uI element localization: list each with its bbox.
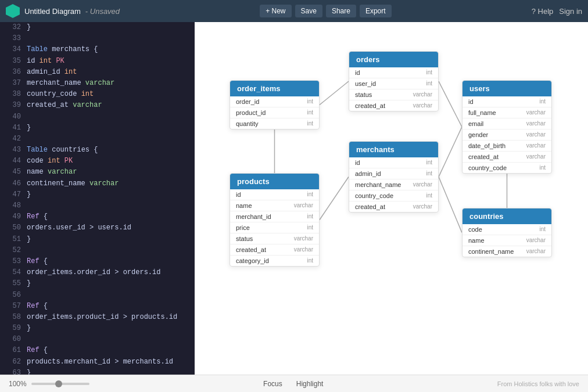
- table-order_items[interactable]: order_itemsorder_idintproduct_idintquant…: [230, 80, 320, 130]
- zoom-level: 100%: [9, 380, 27, 388]
- share-button[interactable]: Share: [326, 5, 356, 17]
- line-content: Ref {: [27, 345, 48, 356]
- line-number: 59: [5, 323, 21, 334]
- field-type: int: [307, 98, 313, 105]
- table-row: created_atvarchar: [462, 152, 551, 163]
- table-header-orders: orders: [349, 52, 438, 67]
- line-content: admin_id int: [27, 67, 77, 78]
- field-type: varchar: [526, 120, 546, 127]
- line-number: 52: [5, 245, 21, 256]
- field-type: varchar: [526, 248, 546, 255]
- line-number: 58: [5, 312, 21, 323]
- field-type: int: [307, 224, 313, 231]
- line-number: 42: [5, 134, 21, 145]
- field-type: varchar: [294, 235, 313, 242]
- code-line: 61Ref {: [0, 345, 195, 356]
- signin-link[interactable]: Sign in: [559, 7, 582, 16]
- code-line: 36 admin_id int: [0, 67, 195, 78]
- table-row: priceint: [230, 222, 319, 233]
- table-products[interactable]: productsidintnamevarcharmerchant_idintpr…: [230, 173, 320, 267]
- highlight-button[interactable]: Highlight: [293, 379, 327, 389]
- table-row: continent_namevarchar: [462, 246, 551, 257]
- zoom-slider[interactable]: [31, 383, 89, 385]
- line-content: }: [27, 278, 31, 289]
- line-content: created_at varchar: [27, 100, 102, 111]
- table-users[interactable]: usersidintfull_namevarcharemailvarcharge…: [462, 80, 552, 174]
- code-line: 55}: [0, 278, 195, 289]
- field-type: int: [307, 120, 313, 127]
- field-name: continent_name: [468, 248, 514, 255]
- field-type: varchar: [413, 91, 432, 98]
- code-line: 48: [0, 200, 195, 211]
- line-content: code int PK: [27, 156, 73, 167]
- table-merchants[interactable]: merchantsidintadmin_idintmerchant_nameva…: [349, 141, 439, 213]
- line-content: order_items.product_id > products.id: [27, 312, 177, 323]
- table-row: idint: [230, 189, 319, 200]
- export-button[interactable]: Export: [360, 5, 392, 17]
- line-content: Table countries {: [27, 145, 98, 156]
- field-name: created_at: [355, 203, 385, 210]
- field-type: varchar: [294, 202, 313, 209]
- line-number: 38: [5, 89, 21, 100]
- field-type: varchar: [413, 181, 432, 188]
- field-name: quantity: [236, 120, 259, 127]
- line-number: 36: [5, 67, 21, 78]
- code-line: 50 orders.user_id > users.id: [0, 222, 195, 233]
- line-number: 35: [5, 56, 21, 67]
- field-type: int: [307, 213, 313, 220]
- code-line: 54 order_items.order_id > orders.id: [0, 267, 195, 278]
- table-row: gendervarchar: [462, 130, 551, 141]
- save-button[interactable]: Save: [295, 5, 322, 17]
- field-type: varchar: [526, 237, 546, 244]
- focus-button[interactable]: Focus: [260, 379, 286, 389]
- field-name: merchant_id: [236, 213, 271, 220]
- topbar-actions: + New Save Share Export: [124, 5, 527, 17]
- code-line: 49Ref {: [0, 211, 195, 222]
- line-number: 61: [5, 345, 21, 356]
- code-line: 37 merchant_name varchar: [0, 78, 195, 89]
- table-row: merchant_idint: [230, 211, 319, 222]
- field-name: admin_id: [355, 170, 381, 177]
- main-content: 32}3334Table merchants {35 id int PK36 a…: [0, 22, 588, 375]
- field-name: order_id: [236, 98, 259, 105]
- diagram-title: Untitled Diagram: [24, 7, 81, 16]
- line-number: 49: [5, 211, 21, 222]
- code-line: 41}: [0, 123, 195, 134]
- canvas-panel[interactable]: ordersidintuser_idintstatusvarcharcreate…: [195, 22, 588, 375]
- table-row: namevarchar: [230, 200, 319, 211]
- code-line: 59}: [0, 323, 195, 334]
- line-number: 43: [5, 145, 21, 156]
- field-name: product_id: [236, 109, 266, 116]
- zoom-controls: 100%: [9, 380, 89, 388]
- code-line: 57Ref {: [0, 301, 195, 312]
- field-type: int: [539, 164, 546, 171]
- table-row: idint: [462, 96, 551, 107]
- line-number: 41: [5, 123, 21, 134]
- field-name: id: [236, 191, 241, 198]
- field-name: created_at: [236, 246, 266, 253]
- field-name: email: [468, 120, 483, 127]
- topbar-right: ? Help Sign in: [532, 7, 582, 16]
- table-countries[interactable]: countriescodeintnamevarcharcontinent_nam…: [462, 208, 552, 257]
- field-name: name: [236, 202, 252, 209]
- line-number: 62: [5, 357, 21, 368]
- field-name: full_name: [468, 109, 496, 116]
- field-type: varchar: [526, 131, 546, 138]
- code-line: 43Table countries {: [0, 145, 195, 156]
- line-content: name varchar: [27, 167, 77, 178]
- app-logo: [6, 4, 20, 18]
- code-line: 42: [0, 134, 195, 145]
- code-panel[interactable]: 32}3334Table merchants {35 id int PK36 a…: [0, 22, 195, 375]
- connector-merchants-users: [439, 127, 462, 177]
- code-line: 39 created_at varchar: [0, 100, 195, 111]
- field-type: int: [307, 257, 313, 264]
- field-name: created_at: [355, 102, 385, 109]
- new-button[interactable]: + New: [260, 5, 291, 17]
- field-name: code: [468, 226, 482, 233]
- bottombar: 100% Focus Highlight From Holistics folk…: [0, 375, 588, 392]
- table-orders[interactable]: ordersidintuser_idintstatusvarcharcreate…: [349, 51, 439, 112]
- help-link[interactable]: ? Help: [532, 7, 554, 16]
- table-row: created_atvarchar: [230, 244, 319, 256]
- table-row: idint: [349, 67, 438, 78]
- table-row: emailvarchar: [462, 118, 551, 130]
